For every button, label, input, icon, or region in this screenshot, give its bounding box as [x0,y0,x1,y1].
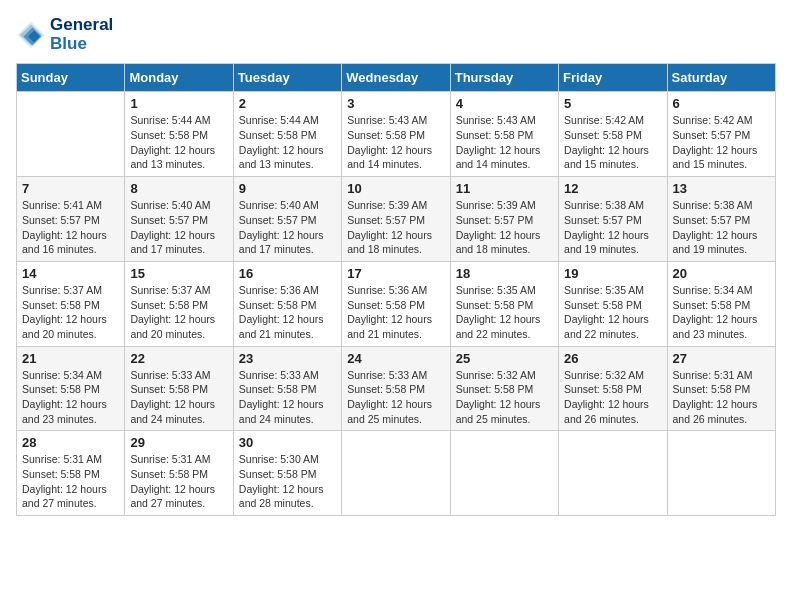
day-info: Sunrise: 5:32 AM Sunset: 5:58 PM Dayligh… [456,368,553,427]
day-number: 14 [22,266,119,281]
day-info: Sunrise: 5:37 AM Sunset: 5:58 PM Dayligh… [22,283,119,342]
calendar-table: SundayMondayTuesdayWednesdayThursdayFrid… [16,63,776,516]
day-info: Sunrise: 5:33 AM Sunset: 5:58 PM Dayligh… [239,368,336,427]
page-header: General Blue [16,16,776,53]
day-number: 6 [673,96,770,111]
day-number: 2 [239,96,336,111]
calendar-cell: 20Sunrise: 5:34 AM Sunset: 5:58 PM Dayli… [667,261,775,346]
day-info: Sunrise: 5:33 AM Sunset: 5:58 PM Dayligh… [347,368,444,427]
calendar-cell: 22Sunrise: 5:33 AM Sunset: 5:58 PM Dayli… [125,346,233,431]
day-number: 12 [564,181,661,196]
day-number: 11 [456,181,553,196]
day-info: Sunrise: 5:38 AM Sunset: 5:57 PM Dayligh… [673,198,770,257]
day-number: 4 [456,96,553,111]
day-info: Sunrise: 5:42 AM Sunset: 5:57 PM Dayligh… [673,113,770,172]
calendar-cell: 15Sunrise: 5:37 AM Sunset: 5:58 PM Dayli… [125,261,233,346]
day-number: 22 [130,351,227,366]
calendar-cell: 28Sunrise: 5:31 AM Sunset: 5:58 PM Dayli… [17,431,125,516]
calendar-cell [342,431,450,516]
day-number: 3 [347,96,444,111]
day-number: 1 [130,96,227,111]
calendar-cell: 12Sunrise: 5:38 AM Sunset: 5:57 PM Dayli… [559,177,667,262]
column-header-sunday: Sunday [17,64,125,92]
day-number: 27 [673,351,770,366]
column-header-friday: Friday [559,64,667,92]
day-number: 23 [239,351,336,366]
day-info: Sunrise: 5:30 AM Sunset: 5:58 PM Dayligh… [239,452,336,511]
day-number: 19 [564,266,661,281]
day-number: 17 [347,266,444,281]
day-number: 7 [22,181,119,196]
calendar-cell: 7Sunrise: 5:41 AM Sunset: 5:57 PM Daylig… [17,177,125,262]
day-info: Sunrise: 5:32 AM Sunset: 5:58 PM Dayligh… [564,368,661,427]
calendar-cell: 6Sunrise: 5:42 AM Sunset: 5:57 PM Daylig… [667,92,775,177]
day-number: 9 [239,181,336,196]
calendar-header-row: SundayMondayTuesdayWednesdayThursdayFrid… [17,64,776,92]
day-number: 29 [130,435,227,450]
logo-text: General Blue [50,16,113,53]
calendar-cell [450,431,558,516]
calendar-cell: 3Sunrise: 5:43 AM Sunset: 5:58 PM Daylig… [342,92,450,177]
day-info: Sunrise: 5:37 AM Sunset: 5:58 PM Dayligh… [130,283,227,342]
day-info: Sunrise: 5:31 AM Sunset: 5:58 PM Dayligh… [673,368,770,427]
column-header-tuesday: Tuesday [233,64,341,92]
calendar-cell: 14Sunrise: 5:37 AM Sunset: 5:58 PM Dayli… [17,261,125,346]
calendar-cell: 27Sunrise: 5:31 AM Sunset: 5:58 PM Dayli… [667,346,775,431]
calendar-cell: 13Sunrise: 5:38 AM Sunset: 5:57 PM Dayli… [667,177,775,262]
day-number: 5 [564,96,661,111]
calendar-cell: 10Sunrise: 5:39 AM Sunset: 5:57 PM Dayli… [342,177,450,262]
logo-icon [16,20,46,50]
calendar-week-2: 7Sunrise: 5:41 AM Sunset: 5:57 PM Daylig… [17,177,776,262]
day-number: 18 [456,266,553,281]
day-info: Sunrise: 5:42 AM Sunset: 5:58 PM Dayligh… [564,113,661,172]
day-info: Sunrise: 5:43 AM Sunset: 5:58 PM Dayligh… [347,113,444,172]
calendar-cell: 30Sunrise: 5:30 AM Sunset: 5:58 PM Dayli… [233,431,341,516]
calendar-cell: 29Sunrise: 5:31 AM Sunset: 5:58 PM Dayli… [125,431,233,516]
calendar-cell: 8Sunrise: 5:40 AM Sunset: 5:57 PM Daylig… [125,177,233,262]
day-info: Sunrise: 5:36 AM Sunset: 5:58 PM Dayligh… [347,283,444,342]
day-number: 24 [347,351,444,366]
day-info: Sunrise: 5:35 AM Sunset: 5:58 PM Dayligh… [564,283,661,342]
column-header-wednesday: Wednesday [342,64,450,92]
calendar-week-3: 14Sunrise: 5:37 AM Sunset: 5:58 PM Dayli… [17,261,776,346]
day-number: 10 [347,181,444,196]
day-info: Sunrise: 5:43 AM Sunset: 5:58 PM Dayligh… [456,113,553,172]
calendar-cell: 24Sunrise: 5:33 AM Sunset: 5:58 PM Dayli… [342,346,450,431]
day-info: Sunrise: 5:34 AM Sunset: 5:58 PM Dayligh… [673,283,770,342]
day-info: Sunrise: 5:31 AM Sunset: 5:58 PM Dayligh… [22,452,119,511]
day-info: Sunrise: 5:31 AM Sunset: 5:58 PM Dayligh… [130,452,227,511]
day-number: 16 [239,266,336,281]
calendar-cell: 23Sunrise: 5:33 AM Sunset: 5:58 PM Dayli… [233,346,341,431]
calendar-cell: 25Sunrise: 5:32 AM Sunset: 5:58 PM Dayli… [450,346,558,431]
calendar-cell: 17Sunrise: 5:36 AM Sunset: 5:58 PM Dayli… [342,261,450,346]
calendar-cell: 9Sunrise: 5:40 AM Sunset: 5:57 PM Daylig… [233,177,341,262]
day-info: Sunrise: 5:40 AM Sunset: 5:57 PM Dayligh… [239,198,336,257]
calendar-cell: 18Sunrise: 5:35 AM Sunset: 5:58 PM Dayli… [450,261,558,346]
calendar-cell: 4Sunrise: 5:43 AM Sunset: 5:58 PM Daylig… [450,92,558,177]
logo: General Blue [16,16,113,53]
logo-blue: Blue [50,34,87,53]
day-info: Sunrise: 5:44 AM Sunset: 5:58 PM Dayligh… [130,113,227,172]
calendar-cell: 26Sunrise: 5:32 AM Sunset: 5:58 PM Dayli… [559,346,667,431]
day-number: 30 [239,435,336,450]
day-number: 15 [130,266,227,281]
calendar-cell: 1Sunrise: 5:44 AM Sunset: 5:58 PM Daylig… [125,92,233,177]
calendar-cell [559,431,667,516]
calendar-cell: 19Sunrise: 5:35 AM Sunset: 5:58 PM Dayli… [559,261,667,346]
column-header-thursday: Thursday [450,64,558,92]
calendar-cell: 21Sunrise: 5:34 AM Sunset: 5:58 PM Dayli… [17,346,125,431]
calendar-cell: 16Sunrise: 5:36 AM Sunset: 5:58 PM Dayli… [233,261,341,346]
day-info: Sunrise: 5:39 AM Sunset: 5:57 PM Dayligh… [456,198,553,257]
day-info: Sunrise: 5:39 AM Sunset: 5:57 PM Dayligh… [347,198,444,257]
day-info: Sunrise: 5:34 AM Sunset: 5:58 PM Dayligh… [22,368,119,427]
day-number: 26 [564,351,661,366]
calendar-cell: 5Sunrise: 5:42 AM Sunset: 5:58 PM Daylig… [559,92,667,177]
day-info: Sunrise: 5:35 AM Sunset: 5:58 PM Dayligh… [456,283,553,342]
day-number: 21 [22,351,119,366]
day-number: 8 [130,181,227,196]
day-info: Sunrise: 5:40 AM Sunset: 5:57 PM Dayligh… [130,198,227,257]
day-info: Sunrise: 5:38 AM Sunset: 5:57 PM Dayligh… [564,198,661,257]
day-info: Sunrise: 5:44 AM Sunset: 5:58 PM Dayligh… [239,113,336,172]
calendar-cell [667,431,775,516]
day-info: Sunrise: 5:41 AM Sunset: 5:57 PM Dayligh… [22,198,119,257]
